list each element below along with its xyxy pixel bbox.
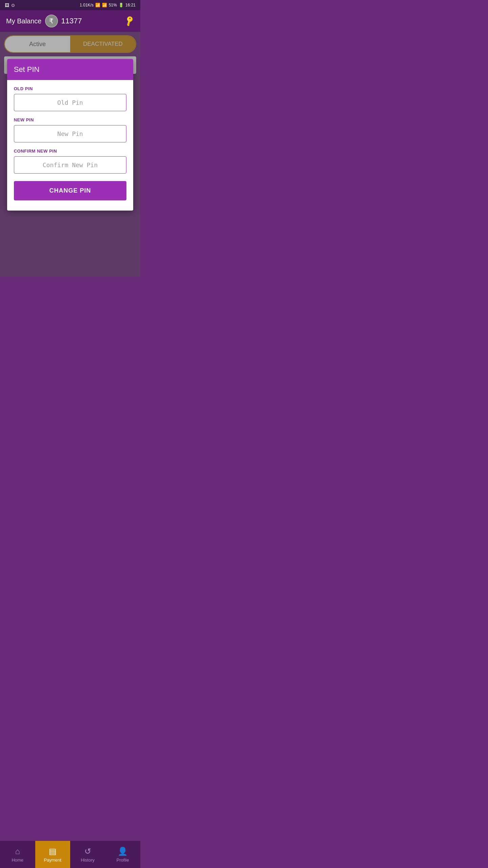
modal-header: Set PIN bbox=[7, 59, 134, 80]
new-pin-label: NEW PIN bbox=[14, 117, 127, 122]
key-button[interactable]: 🔑 bbox=[125, 17, 134, 25]
network-speed: 1.01K/s bbox=[80, 3, 94, 7]
circle-icon: ⊙ bbox=[11, 3, 15, 8]
status-bar: 🖼 ⊙ 1.01K/s 📶 📶 51% 🔋 16:21 bbox=[0, 0, 140, 10]
balance-label: My Balance bbox=[6, 17, 42, 25]
set-pin-modal: Set PIN OLD PIN NEW PIN CONFIRM NEW PIN … bbox=[7, 59, 134, 211]
status-icons-left: 🖼 ⊙ bbox=[5, 3, 15, 8]
modal-title: Set PIN bbox=[14, 65, 40, 74]
new-pin-input[interactable] bbox=[14, 125, 127, 142]
battery-icon: 🔋 bbox=[119, 3, 124, 7]
confirm-new-pin-label: CONFIRM NEW PIN bbox=[14, 149, 127, 154]
change-pin-button[interactable]: CHANGE PIN bbox=[14, 181, 127, 200]
key-icon: 🔑 bbox=[123, 15, 136, 27]
modal-overlay: Set PIN OLD PIN NEW PIN CONFIRM NEW PIN … bbox=[0, 32, 140, 277]
modal-body: OLD PIN NEW PIN CONFIRM NEW PIN CHANGE P… bbox=[7, 80, 134, 211]
rupee-icon: ₹ bbox=[45, 15, 58, 27]
wifi-icon: 📶 bbox=[95, 3, 100, 7]
top-header: My Balance ₹ 11377 🔑 bbox=[0, 10, 140, 32]
confirm-new-pin-input[interactable] bbox=[14, 156, 127, 174]
old-pin-label: OLD PIN bbox=[14, 86, 127, 91]
signal-icon: 📶 bbox=[102, 3, 107, 7]
balance-section: My Balance ₹ 11377 bbox=[6, 15, 82, 27]
status-icons-right: 1.01K/s 📶 📶 51% 🔋 16:21 bbox=[80, 3, 136, 7]
battery-percent: 51% bbox=[109, 3, 117, 7]
image-icon: 🖼 bbox=[5, 3, 9, 8]
old-pin-input[interactable] bbox=[14, 94, 127, 111]
time: 16:21 bbox=[125, 3, 136, 7]
balance-value: 11377 bbox=[61, 17, 82, 25]
